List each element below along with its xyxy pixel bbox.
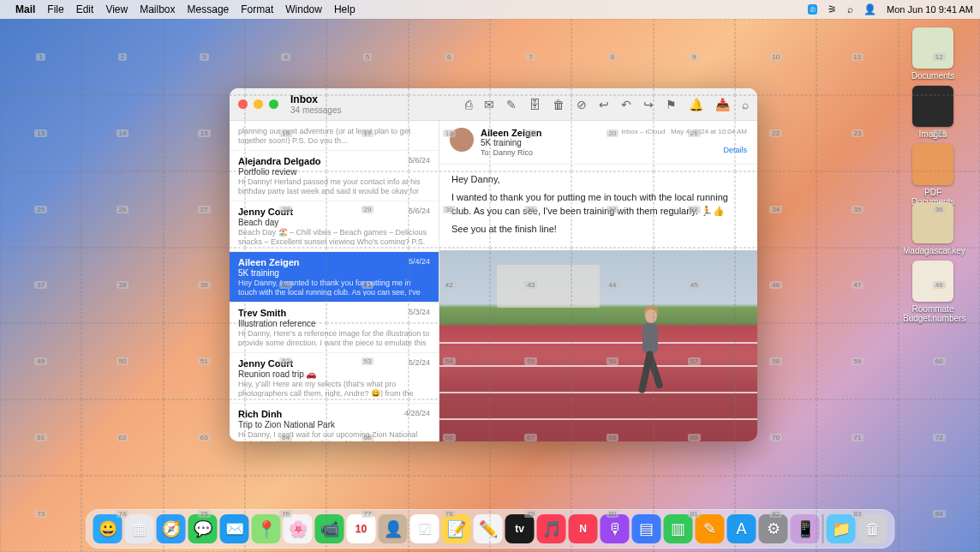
menu-mailbox[interactable]: Mailbox: [140, 3, 175, 15]
message-attachment-image[interactable]: [439, 250, 757, 441]
mailbox-title: Inbox: [290, 93, 341, 105]
envelope-icon[interactable]: ✉: [484, 98, 494, 111]
minimize-button[interactable]: [254, 99, 263, 109]
dock-photos[interactable]: 🌸: [284, 514, 313, 543]
recipient: Danny Rico: [493, 148, 534, 157]
menu-message[interactable]: Message: [188, 3, 230, 15]
dock-music[interactable]: 🎵: [537, 514, 566, 543]
message-item[interactable]: Jenny Court5/2/24Reunion road trip 🚗Hey,…: [230, 353, 439, 404]
forward-icon[interactable]: ↪: [643, 98, 654, 111]
dock-contacts[interactable]: 👤: [379, 514, 408, 543]
mute-icon[interactable]: 🔔: [689, 98, 703, 111]
menubar: Mail FileEditViewMailboxMessageFormatWin…: [0, 0, 980, 19]
titlebar: Inbox 34 messages ⎙✉✎🗄🗑⊘↩↶↪⚑🔔📥⌕: [230, 88, 757, 121]
dock-iphone[interactable]: 📱: [791, 514, 820, 543]
dock-safari[interactable]: 🧭: [157, 514, 186, 543]
menu-format[interactable]: Format: [241, 3, 273, 15]
reply-icon[interactable]: ↩: [599, 98, 609, 111]
dock-reminders[interactable]: ☑: [410, 514, 439, 543]
message-list[interactable]: planning our next adventure (or at least…: [230, 121, 439, 441]
window-controls: [238, 99, 278, 109]
dock-maps[interactable]: 📍: [252, 514, 281, 543]
user-icon[interactable]: 👤: [863, 3, 876, 15]
archive-icon[interactable]: 🗄: [529, 98, 541, 111]
body-paragraph: Hey Danny,: [451, 173, 745, 186]
dock-messages[interactable]: 💬: [188, 514, 218, 543]
dock-appstore[interactable]: A: [727, 514, 756, 543]
message-item[interactable]: planning our next adventure (or at least…: [230, 121, 439, 151]
sender-name: Aileen Zeigen: [481, 128, 614, 138]
dock-numbers[interactable]: ▥: [664, 514, 693, 543]
toolbar: ⎙✉✎🗄🗑⊘↩↶↪⚑🔔📥⌕: [465, 98, 749, 111]
close-button[interactable]: [238, 99, 248, 109]
zoom-button[interactable]: [269, 99, 278, 109]
message-item[interactable]: Aileen Zeigen5/4/245K trainingHey Danny,…: [230, 252, 439, 303]
message-body: Hey Danny,I wanted to thank you for putt…: [439, 165, 757, 250]
mailbox-label: Inbox – iCloud: [621, 128, 665, 135]
reply-all-icon[interactable]: ↶: [621, 98, 631, 111]
desktop-icon-documents[interactable]: Documents: [903, 27, 963, 81]
body-paragraph: See you at the finish line!: [451, 223, 745, 236]
desktop-icon-madagascar-key[interactable]: Madagascar.key: [903, 202, 963, 255]
junk-icon[interactable]: ⊘: [577, 98, 587, 111]
dock-facetime[interactable]: 📹: [315, 514, 344, 543]
message-header: Aileen Zeigen 5K training To: Danny Rico…: [439, 121, 757, 165]
clock[interactable]: Mon Jun 10 9:41 AM: [887, 4, 973, 15]
dock-sep: [822, 514, 824, 543]
menu-edit[interactable]: Edit: [76, 3, 94, 15]
dock-finder[interactable]: 😀: [93, 514, 122, 543]
dock-news[interactable]: N: [569, 514, 598, 543]
message-item[interactable]: Rich Dinh4/28/24Trip to Zion National Pa…: [230, 404, 439, 441]
message-viewer: Aileen Zeigen 5K training To: Danny Rico…: [439, 121, 757, 441]
message-subject: 5K training: [481, 138, 614, 147]
compose-icon[interactable]: ✎: [506, 98, 517, 111]
dock-notes[interactable]: 📝: [442, 514, 471, 543]
desktop-icon-roommate-budget-numbers[interactable]: Roommate Budget.numbers: [903, 261, 963, 323]
move-icon[interactable]: 📥: [715, 98, 730, 111]
menu-file[interactable]: File: [47, 3, 63, 15]
menu-help[interactable]: Help: [334, 3, 356, 15]
message-item[interactable]: Alejandra Delgado5/6/24Portfolio reviewH…: [230, 151, 439, 201]
menu-app[interactable]: Mail: [15, 3, 35, 15]
dock-calendar[interactable]: 10: [347, 514, 376, 543]
message-item[interactable]: Jenny Court5/6/24Beach dayBeach Day 🏖️ –…: [230, 201, 439, 252]
avatar: [450, 128, 474, 152]
dock-settings[interactable]: ⚙: [759, 514, 788, 543]
flag-icon[interactable]: ⚑: [666, 98, 677, 111]
dock-mail[interactable]: ✉️: [220, 514, 249, 543]
body-paragraph: I wanted to thank you for putting me in …: [451, 191, 745, 218]
menu-view[interactable]: View: [105, 3, 128, 15]
dock-pages[interactable]: ✎: [696, 514, 725, 543]
dock-tv[interactable]: tv: [505, 514, 535, 543]
dock: 😀▦🧭💬✉️📍🌸📹10👤☑📝✏️tv🎵N🎙▤▥✎A⚙📱📁🗑: [86, 509, 895, 549]
trash-icon[interactable]: 🗑: [553, 98, 565, 111]
message-item[interactable]: Trev Smith5/3/24Illustration referenceHi…: [230, 303, 439, 353]
dock-keynote[interactable]: ▤: [632, 514, 661, 543]
print-icon[interactable]: ⎙: [465, 98, 472, 111]
dock-freeform[interactable]: ✏️: [474, 514, 503, 543]
control-center-icon[interactable]: ⎚: [808, 4, 817, 15]
message-timestamp: May 4, 2024 at 10:04 AM: [671, 128, 747, 135]
menu-window[interactable]: Window: [285, 3, 322, 15]
dock-trash[interactable]: 🗑: [858, 514, 887, 543]
desktop-icon-images[interactable]: Images: [903, 86, 963, 139]
dock-downloads[interactable]: 📁: [827, 514, 856, 543]
desktop-icon-pdf-documents[interactable]: PDF Documents: [903, 144, 963, 207]
message-count: 34 messages: [290, 105, 341, 115]
search-icon[interactable]: ⌕: [742, 98, 749, 111]
mail-window: Inbox 34 messages ⎙✉✎🗄🗑⊘↩↶↪⚑🔔📥⌕ planning…: [230, 88, 757, 441]
dock-launchpad[interactable]: ▦: [125, 514, 154, 543]
dock-podcasts[interactable]: 🎙: [601, 514, 630, 543]
wifi-icon[interactable]: ⚞: [828, 3, 837, 15]
spotlight-icon[interactable]: ⌕: [847, 3, 853, 15]
details-link[interactable]: Details: [723, 146, 747, 154]
